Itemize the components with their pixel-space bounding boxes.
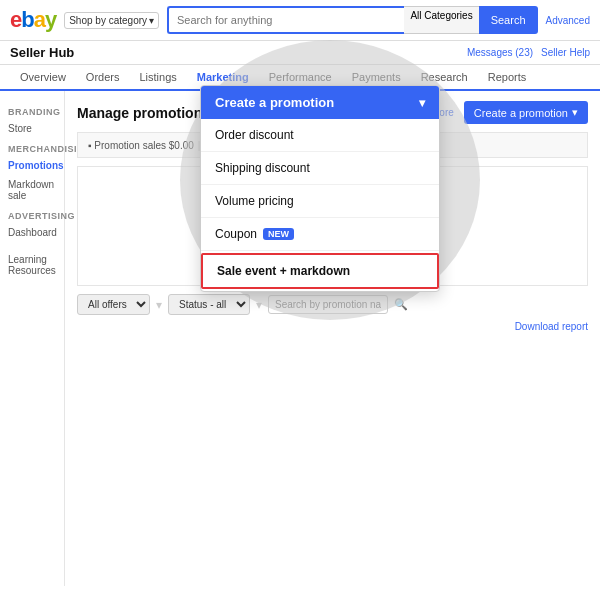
chevron-down-icon: ▾: [572, 106, 578, 119]
all-categories-dropdown[interactable]: All Categories: [404, 6, 478, 34]
sidebar-section-branding: BRANDING: [0, 101, 64, 119]
dropdown-item-sale-event[interactable]: Sale event + markdown: [201, 253, 439, 289]
dropdown-title: Create a promotion: [215, 95, 334, 110]
sidebar-item-markdown-sale[interactable]: Markdown sale: [0, 175, 64, 205]
new-badge: NEW: [263, 228, 294, 240]
page-wrapper: ebay Shop by category ▾ All Categories S…: [0, 0, 600, 600]
stats-text: ▪ Promotion sales $0.00: [88, 140, 194, 151]
sidebar-item-learning-resources[interactable]: Learning Resources: [0, 250, 64, 280]
shop-by-category[interactable]: Shop by category ▾: [64, 12, 159, 29]
sidebar-section-merchandising: MERCHANDISING: [0, 138, 64, 156]
seller-hub-title: Seller Hub: [10, 45, 74, 60]
create-promotion-button[interactable]: Create a promotion ▾: [464, 101, 588, 124]
search-button[interactable]: Search: [479, 6, 538, 34]
seller-help-link[interactable]: Seller Help: [541, 47, 590, 58]
top-right-links: Messages (23) Seller Help: [467, 47, 590, 58]
dropdown-chevron-icon: ▾: [419, 96, 425, 110]
sidebar-item-store[interactable]: Store: [0, 119, 64, 138]
tab-overview[interactable]: Overview: [10, 65, 76, 89]
all-offers-select[interactable]: All offers: [77, 294, 150, 315]
ebay-logo: ebay: [10, 7, 56, 33]
dropdown-item-order-discount[interactable]: Order discount: [201, 119, 439, 152]
sidebar: BRANDING Store MERCHANDISING Promotions …: [0, 91, 65, 586]
ebay-header: ebay Shop by category ▾ All Categories S…: [0, 0, 600, 41]
page-title: Manage promotions: [77, 105, 210, 121]
filter-separator: ▾: [156, 298, 162, 312]
dropdown-item-volume-pricing[interactable]: Volume pricing: [201, 185, 439, 218]
messages-link[interactable]: Messages (23): [467, 47, 533, 58]
tab-listings[interactable]: Listings: [129, 65, 186, 89]
sidebar-item-promotions[interactable]: Promotions: [0, 156, 64, 175]
download-report-link[interactable]: Download report: [77, 321, 588, 332]
search-input[interactable]: [167, 6, 404, 34]
shop-by-label: Shop by category: [69, 15, 147, 26]
dropdown-header: Create a promotion ▾: [201, 86, 439, 119]
advanced-link[interactable]: Advanced: [546, 15, 590, 26]
dropdown-popup: Create a promotion ▾ Order discount Ship…: [200, 85, 440, 292]
status-select[interactable]: Status - all: [168, 294, 250, 315]
tab-reports[interactable]: Reports: [478, 65, 537, 89]
dropdown-item-coupon[interactable]: Coupon NEW: [201, 218, 439, 251]
sidebar-section-advertising: ADVERTISING: [0, 205, 64, 223]
chevron-down-icon: ▾: [149, 15, 154, 26]
dropdown-item-shipping-discount[interactable]: Shipping discount: [201, 152, 439, 185]
sidebar-item-dashboard[interactable]: Dashboard: [0, 223, 64, 242]
search-bar: All Categories Search: [167, 6, 537, 34]
tab-orders[interactable]: Orders: [76, 65, 130, 89]
